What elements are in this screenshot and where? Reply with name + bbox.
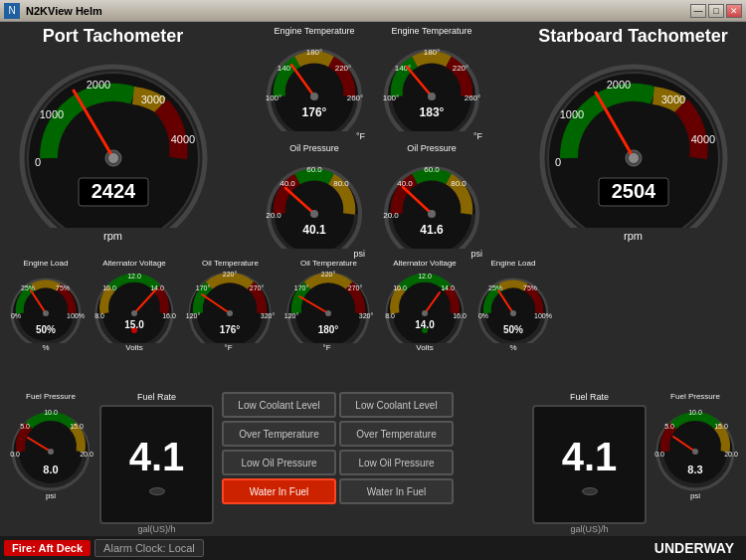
svg-text:4000: 4000 bbox=[690, 133, 714, 145]
svg-point-110 bbox=[422, 310, 428, 316]
svg-text:100°: 100° bbox=[266, 93, 282, 102]
alt-voltage-starboard-unit: Volts bbox=[416, 343, 433, 352]
starboard-tach-label: Starboard Tachometer bbox=[538, 26, 728, 47]
status-bar: Fire: Aft Deck Alarm Clock: Local UNDERW… bbox=[0, 536, 746, 560]
svg-text:2000: 2000 bbox=[86, 79, 109, 91]
underway-status: UNDERWAY bbox=[654, 540, 734, 556]
fuel-rate-starboard-unit: gal(US)/h bbox=[570, 524, 608, 534]
svg-text:20.0: 20.0 bbox=[383, 211, 399, 220]
svg-text:220°: 220° bbox=[335, 64, 352, 73]
fuel-rate-port: Fuel Rate 4.1 gal(US)/h bbox=[99, 392, 214, 534]
svg-text:20.0: 20.0 bbox=[724, 451, 738, 458]
fuel-pressure-port-label: Fuel Pressure bbox=[26, 392, 76, 401]
gauges-area: Port Tachometer bbox=[0, 22, 746, 536]
oil-pressure-2: Oil Pressure 20.0 40.0 60.0 80.0 bbox=[377, 143, 486, 259]
low-coolant-port-button[interactable]: Low Coolant Level bbox=[222, 392, 336, 418]
svg-point-90 bbox=[227, 310, 233, 316]
alarm-pair-oilpressure: Low Oil Pressure Low Oil Pressure bbox=[222, 450, 524, 475]
svg-text:80.0: 80.0 bbox=[451, 179, 466, 188]
minimize-button[interactable]: — bbox=[690, 4, 706, 18]
svg-text:8.0: 8.0 bbox=[94, 312, 104, 319]
svg-text:10.0: 10.0 bbox=[393, 284, 407, 291]
oil-pressure-2-label: Oil Pressure bbox=[407, 143, 457, 153]
svg-text:16.0: 16.0 bbox=[162, 312, 176, 319]
row3: Fuel Pressure 0.0 5.0 10.0 15.0 20.0 8.0 bbox=[6, 392, 740, 531]
svg-point-69 bbox=[43, 310, 49, 316]
svg-text:80.0: 80.0 bbox=[333, 179, 349, 188]
fuel-pressure-port: Fuel Pressure 0.0 5.0 10.0 15.0 20.0 8.0 bbox=[6, 392, 95, 500]
svg-text:25%: 25% bbox=[488, 284, 502, 291]
svg-text:320°: 320° bbox=[261, 312, 276, 319]
low-coolant-starboard-button[interactable]: Low Coolant Level bbox=[339, 392, 454, 418]
fuel-pressure-starboard-unit: psi bbox=[690, 491, 700, 500]
svg-text:0.0: 0.0 bbox=[654, 451, 664, 458]
svg-text:320°: 320° bbox=[359, 312, 374, 319]
alt-voltage-port: Alternator Voltage 8.0 10.0 12.0 14.0 16… bbox=[90, 259, 179, 352]
svg-point-20 bbox=[310, 93, 318, 100]
svg-text:14.0: 14.0 bbox=[150, 284, 164, 291]
oil-temp-port: Oil Temperature 120° 170° 220° 270° 320°… bbox=[183, 259, 278, 352]
svg-text:10.0: 10.0 bbox=[102, 284, 116, 291]
engine-load-port-label: Engine Load bbox=[24, 259, 69, 268]
alarm-pair-overtemp: Over Temperature Over Temperature bbox=[222, 421, 524, 447]
svg-text:270°: 270° bbox=[348, 284, 363, 291]
svg-text:14.0: 14.0 bbox=[415, 319, 435, 330]
svg-text:75%: 75% bbox=[56, 284, 70, 291]
svg-text:220°: 220° bbox=[321, 271, 336, 278]
svg-text:100%: 100% bbox=[67, 312, 85, 319]
oil-temp-starboard-label: Oil Temperature bbox=[300, 259, 357, 268]
svg-text:4000: 4000 bbox=[170, 133, 194, 145]
svg-text:40.0: 40.0 bbox=[280, 179, 295, 188]
svg-text:2504: 2504 bbox=[611, 180, 655, 202]
close-button[interactable]: ✕ bbox=[726, 4, 742, 18]
fuel-rate-starboard: Fuel Rate 4.1 gal(US)/h bbox=[532, 392, 647, 534]
low-oil-port-button[interactable]: Low Oil Pressure bbox=[222, 450, 336, 475]
svg-text:2000: 2000 bbox=[606, 79, 630, 91]
svg-text:176°: 176° bbox=[302, 105, 327, 119]
fuel-rate-port-display: 4.1 bbox=[99, 405, 214, 524]
svg-text:3000: 3000 bbox=[140, 93, 164, 105]
svg-text:60.0: 60.0 bbox=[424, 165, 440, 174]
svg-text:40.0: 40.0 bbox=[397, 179, 413, 188]
svg-point-79 bbox=[131, 310, 137, 316]
svg-text:41.6: 41.6 bbox=[420, 223, 444, 237]
engine-temp-1-label: Engine Temperature bbox=[275, 26, 355, 36]
row1: Port Tachometer bbox=[6, 26, 740, 255]
engine-temp-1-unit: °F bbox=[356, 131, 365, 141]
oil-pressure-1: Oil Pressure 20.0 40.0 60.0 80.0 bbox=[260, 143, 369, 259]
svg-text:8.0: 8.0 bbox=[43, 464, 58, 475]
svg-text:170°: 170° bbox=[294, 284, 309, 291]
svg-text:8.0: 8.0 bbox=[385, 312, 395, 319]
engine-temp-2-label: Engine Temperature bbox=[392, 26, 472, 36]
engine-temp-1: Engine Temperature 100° 140° bbox=[260, 26, 369, 141]
svg-text:5.0: 5.0 bbox=[664, 423, 674, 430]
fire-status[interactable]: Fire: Aft Deck bbox=[4, 540, 91, 556]
main-content: Port Tachometer bbox=[0, 22, 746, 560]
water-in-fuel-starboard-button[interactable]: Water In Fuel bbox=[339, 478, 454, 504]
over-temp-starboard-button[interactable]: Over Temperature bbox=[339, 421, 454, 447]
svg-point-39 bbox=[310, 210, 318, 218]
svg-text:50%: 50% bbox=[36, 324, 56, 335]
alarm-status: Alarm Clock: Local bbox=[94, 539, 204, 557]
svg-text:1000: 1000 bbox=[559, 108, 583, 120]
svg-text:0: 0 bbox=[34, 156, 40, 168]
svg-text:170°: 170° bbox=[196, 284, 211, 291]
svg-text:16.0: 16.0 bbox=[453, 312, 466, 319]
maximize-button[interactable]: □ bbox=[708, 4, 724, 18]
svg-text:100°: 100° bbox=[383, 93, 400, 102]
alarm-pair-waterfuel: Water In Fuel Water In Fuel bbox=[222, 478, 524, 504]
svg-text:20.0: 20.0 bbox=[266, 211, 281, 220]
svg-point-30 bbox=[428, 93, 436, 100]
window-controls: — □ ✕ bbox=[690, 4, 742, 18]
svg-text:176°: 176° bbox=[220, 324, 241, 335]
water-in-fuel-port-button[interactable]: Water In Fuel bbox=[222, 478, 336, 504]
starboard-tach-rpm: rpm bbox=[624, 230, 643, 242]
low-oil-starboard-button[interactable]: Low Oil Pressure bbox=[339, 450, 454, 475]
svg-text:15.0: 15.0 bbox=[70, 423, 84, 430]
over-temp-port-button[interactable]: Over Temperature bbox=[222, 421, 336, 447]
svg-point-59 bbox=[629, 153, 639, 163]
svg-text:180°: 180° bbox=[424, 48, 441, 57]
fuel-rate-starboard-label: Fuel Rate bbox=[570, 392, 609, 402]
engine-temp-2-unit: °F bbox=[473, 131, 482, 141]
fuel-pressure-port-unit: psi bbox=[46, 491, 56, 500]
